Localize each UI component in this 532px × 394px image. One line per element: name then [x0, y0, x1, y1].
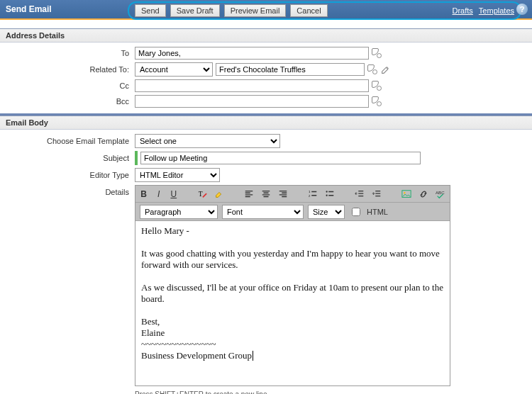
html-source-checkbox[interactable] — [352, 208, 360, 216]
label-subject: Subject — [0, 154, 135, 162]
cc-field[interactable] — [135, 79, 369, 92]
titlebar: Send Email Send Save Draft Preview Email… — [0, 0, 532, 20]
highlight-color-icon[interactable] — [214, 188, 224, 200]
font-size-select[interactable]: Size — [308, 205, 345, 219]
insert-image-icon[interactable] — [401, 188, 411, 200]
bcc-lookup-icon[interactable] — [372, 96, 382, 106]
html-source-label: HTML — [367, 208, 388, 216]
editor-content-area[interactable]: Hello Mary - It was good chatting with y… — [135, 221, 450, 385]
svg-point-5 — [326, 194, 328, 196]
svg-point-4 — [326, 191, 328, 192]
indent-icon[interactable] — [372, 188, 382, 200]
underline-icon[interactable]: U — [170, 188, 177, 200]
bold-icon[interactable]: B — [140, 188, 148, 200]
template-select[interactable]: Select one — [135, 134, 280, 148]
cc-lookup-icon[interactable] — [372, 81, 382, 91]
related-to-edit-icon[interactable] — [380, 64, 390, 74]
svg-text:ABC: ABC — [436, 190, 445, 195]
align-center-icon[interactable] — [261, 188, 271, 200]
related-to-field[interactable] — [216, 63, 365, 76]
svg-point-7 — [404, 192, 405, 193]
related-to-type-select[interactable]: Account — [135, 62, 213, 77]
required-indicator — [135, 151, 138, 165]
align-left-icon[interactable] — [244, 188, 254, 200]
svg-text:T: T — [199, 189, 203, 197]
page-title: Send Email — [6, 4, 52, 14]
spellcheck-icon[interactable]: ABC — [436, 188, 445, 200]
editor-text: Hello Mary - It was good chatting with y… — [141, 225, 445, 361]
to-field[interactable] — [135, 47, 369, 60]
save-draft-button[interactable]: Save Draft — [170, 4, 220, 17]
label-related-to: Related To: — [0, 65, 135, 74]
to-lookup-icon[interactable] — [372, 48, 382, 58]
label-cc: Cc — [0, 81, 135, 90]
font-family-select[interactable]: Font — [222, 205, 304, 219]
help-icon[interactable]: ? — [516, 4, 528, 15]
text-color-icon[interactable]: T — [197, 188, 207, 200]
section-header-address: Address Details — [0, 28, 532, 43]
send-button[interactable]: Send — [135, 4, 166, 17]
related-to-lookup-icon[interactable] — [367, 64, 377, 74]
cancel-button[interactable]: Cancel — [290, 4, 327, 17]
paragraph-format-select[interactable]: Paragraph — [140, 205, 218, 219]
editor-toolbar-row2: Paragraph Font Size HTML — [135, 203, 450, 221]
action-bar-highlight: Send Save Draft Preview Email Cancel Dra… — [128, 1, 521, 20]
ordered-list-icon[interactable]: 12 — [308, 188, 318, 200]
subject-field[interactable] — [140, 152, 421, 164]
bcc-field[interactable] — [135, 95, 369, 108]
align-right-icon[interactable] — [278, 188, 288, 200]
rich-text-editor: B I U T 12 — [135, 185, 450, 386]
svg-line-1 — [203, 193, 206, 197]
preview-email-button[interactable]: Preview Email — [224, 4, 287, 17]
label-to: To — [0, 49, 135, 57]
outdent-icon[interactable] — [355, 188, 365, 200]
label-details: Details — [0, 185, 135, 196]
label-editor-type: Editor Type — [0, 171, 135, 179]
link-icon[interactable] — [419, 188, 428, 200]
drafts-link[interactable]: Drafts — [453, 6, 473, 15]
editor-type-select[interactable]: HTML Editor — [135, 168, 220, 182]
editor-toolbar-row1: B I U T 12 — [135, 186, 450, 203]
text-cursor — [253, 351, 253, 361]
unordered-list-icon[interactable] — [325, 188, 335, 200]
italic-icon[interactable]: I — [155, 188, 162, 200]
label-template: Choose Email Template — [0, 137, 135, 145]
label-bcc: Bcc — [0, 97, 135, 106]
section-header-body: Email Body — [0, 116, 532, 130]
svg-text:1: 1 — [309, 190, 311, 193]
editor-hint: Press SHIFT+ENTER to create a new line. — [135, 389, 269, 394]
svg-text:2: 2 — [309, 193, 311, 197]
templates-link[interactable]: Templates — [479, 6, 514, 15]
